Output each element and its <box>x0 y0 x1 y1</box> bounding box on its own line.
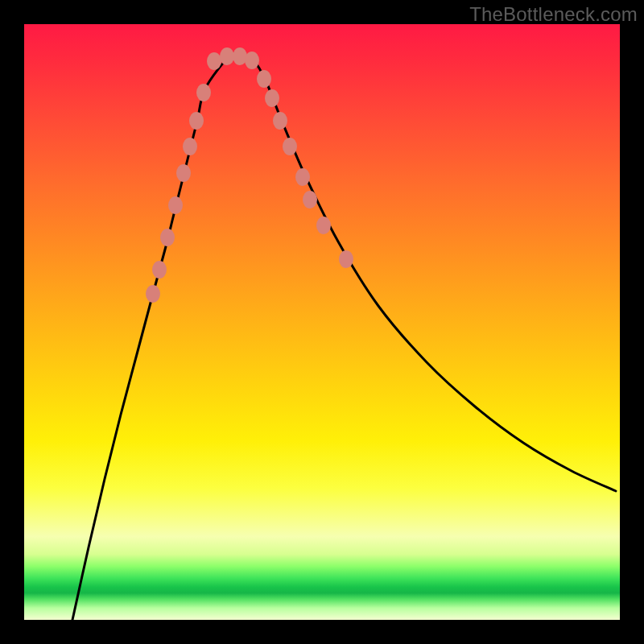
chart-stage: TheBottleneck.com <box>0 0 644 644</box>
salmon-dot <box>303 191 317 208</box>
salmon-dot <box>273 112 287 130</box>
plot-area <box>24 24 620 620</box>
watermark-text: TheBottleneck.com <box>469 3 638 26</box>
salmon-dot <box>207 52 221 70</box>
salmon-dot <box>283 138 297 155</box>
salmon-dot <box>152 261 167 279</box>
salmon-dot <box>316 217 331 234</box>
salmon-dot <box>183 138 197 155</box>
salmon-dot <box>146 285 160 303</box>
chart-svg <box>24 24 620 620</box>
v-curve <box>72 53 616 620</box>
salmon-dot <box>189 112 204 130</box>
salmon-dot <box>168 196 183 214</box>
salmon-dot <box>220 47 234 65</box>
salmon-dot <box>245 52 259 69</box>
salmon-dot <box>265 89 279 107</box>
salmon-dots-group <box>146 47 353 303</box>
salmon-dot <box>160 229 175 246</box>
salmon-dot <box>176 164 191 182</box>
salmon-dot <box>196 84 211 101</box>
salmon-dot <box>257 70 271 88</box>
salmon-dot <box>339 250 353 268</box>
salmon-dot <box>295 168 310 186</box>
